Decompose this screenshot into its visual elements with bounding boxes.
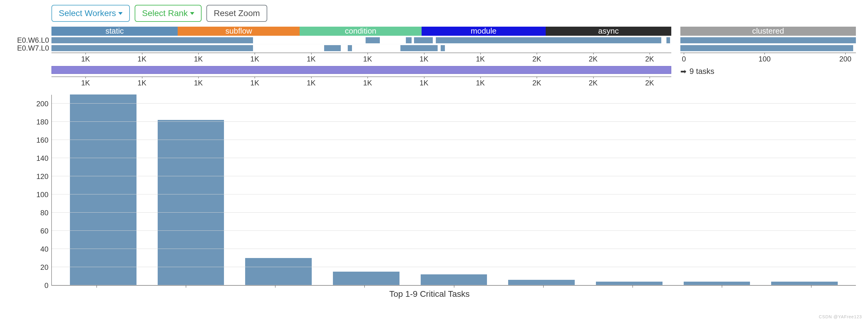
legend-item-module[interactable]: module <box>422 27 546 36</box>
timeline-lane[interactable] <box>680 44 856 52</box>
grid-line <box>52 249 856 249</box>
axis-tick: 1K <box>250 53 259 63</box>
task-span[interactable] <box>680 45 853 51</box>
axis-tick: 1K <box>363 77 372 87</box>
timeline-axis-main: 1K1K1K1K1K1K1K1K2K2K2K <box>52 53 671 65</box>
task-span[interactable] <box>414 37 433 43</box>
y-tick: 100 <box>36 191 49 199</box>
x-tick <box>186 285 186 288</box>
axis-tick: 1K <box>307 53 315 63</box>
timeline-right[interactable] <box>680 36 856 52</box>
y-tick: 0 <box>44 281 49 290</box>
arrow-right-icon: ➡ <box>680 67 686 76</box>
reset-zoom-button[interactable]: Reset Zoom <box>207 5 267 22</box>
grid-line <box>52 121 856 122</box>
x-tick <box>364 285 365 288</box>
tasks-count-label: 9 tasks <box>689 67 714 76</box>
timeline-lane[interactable] <box>680 36 856 44</box>
bar[interactable] <box>158 120 224 285</box>
axis-tick: 100 <box>758 53 771 63</box>
button-label: Select Rank <box>142 8 188 18</box>
axis-tick: 1K <box>307 77 315 87</box>
axis-tick: 2K <box>589 53 597 63</box>
bar[interactable] <box>70 94 136 285</box>
axis-tick: 1K <box>250 77 259 87</box>
bars-container <box>52 95 856 285</box>
caret-down-icon <box>190 12 194 15</box>
select-rank-button[interactable]: Select Rank <box>135 5 202 22</box>
task-span[interactable] <box>52 45 253 51</box>
legend: staticsubflowconditionmoduleasync <box>52 27 671 36</box>
y-axis: 020406080100120140160180200 <box>21 95 52 286</box>
x-tick <box>454 285 454 288</box>
lane-label: E0.W6.L0 <box>3 36 49 44</box>
axis-tick: 1K <box>194 77 203 87</box>
task-span[interactable] <box>436 37 661 43</box>
chart-plot-area[interactable] <box>52 95 856 286</box>
legend-item-async[interactable]: async <box>546 27 671 36</box>
legend-item-static[interactable]: static <box>52 27 178 36</box>
axis-tick: 1K <box>81 77 90 87</box>
grid-line <box>52 267 856 267</box>
legend-item-subflow[interactable]: subflow <box>178 27 300 36</box>
grid-line <box>52 158 856 158</box>
toolbar: Select Workers Select Rank Reset Zoom <box>3 3 856 27</box>
task-span[interactable] <box>400 45 438 51</box>
bar[interactable] <box>245 258 312 285</box>
y-tick: 120 <box>36 172 49 181</box>
y-tick: 60 <box>40 227 49 235</box>
x-tick <box>722 285 722 288</box>
grid-line <box>52 194 856 195</box>
legend-item-condition[interactable]: condition <box>300 27 422 36</box>
tasks-summary: ➡ 9 tasks <box>680 66 856 76</box>
button-label: Select Workers <box>59 8 116 18</box>
legend-right: clustered <box>680 27 856 36</box>
x-tick <box>543 285 544 288</box>
grid-line <box>52 140 856 140</box>
task-span[interactable] <box>348 45 352 51</box>
y-tick: 180 <box>36 118 49 126</box>
select-workers-button[interactable]: Select Workers <box>52 5 130 22</box>
axis-tick: 1K <box>194 53 203 63</box>
critical-tasks-chart: 020406080100120140160180200 <box>21 95 856 286</box>
y-tick: 20 <box>40 263 49 272</box>
grid-line <box>52 176 856 176</box>
axis-tick: 2K <box>645 77 654 87</box>
axis-tick: 1K <box>476 53 485 63</box>
timeline-lane[interactable] <box>52 44 671 52</box>
lane-labels: E0.W6.L0E0.W7.L0 <box>3 36 52 52</box>
task-span[interactable] <box>324 45 341 51</box>
axis-tick: 1K <box>363 53 372 63</box>
task-span[interactable] <box>406 37 411 43</box>
axis-tick: 1K <box>420 77 428 87</box>
axis-tick: 2K <box>589 77 597 87</box>
axis-tick: 2K <box>532 53 541 63</box>
task-span[interactable] <box>52 37 253 43</box>
caret-down-icon <box>118 12 123 15</box>
y-tick: 40 <box>40 245 49 254</box>
overview-range-bar[interactable] <box>52 66 671 74</box>
axis-tick: 1K <box>81 53 90 63</box>
y-tick: 160 <box>36 136 49 144</box>
axis-tick: 0 <box>682 53 686 63</box>
axis-tick: 2K <box>645 53 654 63</box>
task-span[interactable] <box>666 37 670 43</box>
lane-label: E0.W7.L0 <box>3 44 49 52</box>
axis-tick: 1K <box>476 77 485 87</box>
timeline-main[interactable] <box>52 36 671 52</box>
bar[interactable] <box>333 272 400 285</box>
y-tick: 80 <box>40 209 49 217</box>
y-tick: 200 <box>36 99 49 108</box>
legend-item-clustered[interactable]: clustered <box>680 27 856 36</box>
grid-line <box>52 103 856 104</box>
x-tick <box>811 285 811 288</box>
bar[interactable] <box>421 274 487 285</box>
bar[interactable] <box>508 280 575 285</box>
timeline-axis-right: 0100200 <box>680 53 856 65</box>
axis-tick: 2K <box>532 77 541 87</box>
timeline-lane[interactable] <box>52 36 671 44</box>
axis-tick: 1K <box>137 77 146 87</box>
task-span[interactable] <box>441 45 445 51</box>
task-span[interactable] <box>366 37 380 43</box>
task-span[interactable] <box>680 37 856 43</box>
